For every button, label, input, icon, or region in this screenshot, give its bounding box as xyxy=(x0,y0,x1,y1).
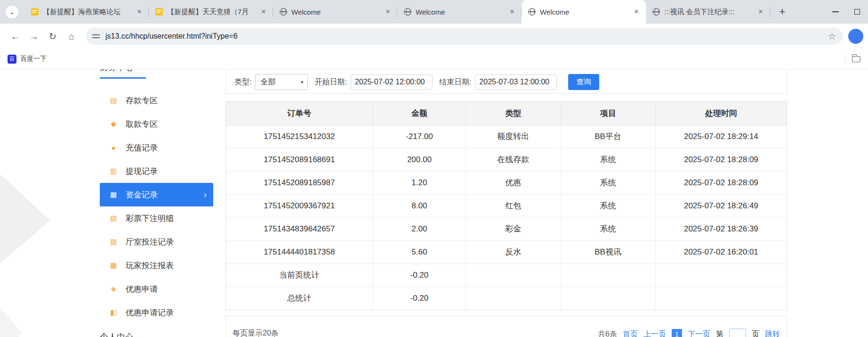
cell-order-no: 1751452009367921 xyxy=(226,194,373,217)
sidebar-item-label: 资金记录 xyxy=(126,189,158,200)
sidebar-item[interactable]: ▩ 玩家投注报表 › xyxy=(100,254,213,277)
sidebar-item-icon: ▩ xyxy=(108,261,119,270)
sidebar-item-label: 彩票下注明细 xyxy=(126,213,174,224)
end-date-input[interactable] xyxy=(475,74,557,90)
forward-button[interactable]: → xyxy=(25,28,42,45)
sidebar-item-icon: ▦ xyxy=(108,190,119,199)
chevron-right-icon: › xyxy=(204,190,207,200)
back-button[interactable]: ← xyxy=(7,28,24,45)
tab-close-icon[interactable]: × xyxy=(135,7,144,16)
url-text[interactable]: js13.cc/hhcp/usercenter.html?iniType=6 xyxy=(105,32,822,41)
tab-close-icon[interactable]: × xyxy=(632,7,641,16)
pagination-first[interactable]: 首页 xyxy=(623,329,638,337)
cell-type: 反水 xyxy=(466,240,561,263)
new-tab-button[interactable]: + xyxy=(776,5,789,18)
sidebar-item[interactable]: ◈ 优惠申请 › xyxy=(100,277,213,301)
profile-avatar[interactable] xyxy=(848,29,863,44)
bookmarks-bar: 百 百度一下 xyxy=(0,49,868,69)
records-table: 订单号金额类型项目处理时间 1751452153412032 -217.00 额… xyxy=(225,101,787,310)
main-content: 类型: 全部 ▾ 开始日期: 结束日期: 查询 xyxy=(225,69,787,337)
tab-title: 【新提醒】天天竞猜（7月 xyxy=(167,8,255,16)
start-date-input[interactable] xyxy=(351,74,433,90)
reload-button[interactable]: ↻ xyxy=(44,28,61,45)
pagination-prev[interactable]: 上一页 xyxy=(643,329,666,337)
sidebar-item-icon: ▤ xyxy=(108,96,119,105)
cell-amount: 5.60 xyxy=(373,240,466,263)
tab-close-icon[interactable]: × xyxy=(507,7,517,16)
pagination-jump-button[interactable]: 跳转 xyxy=(765,329,780,337)
cell-type: 红包 xyxy=(466,194,561,217)
browser-tab[interactable]: 【新提醒】海燕策略论坛 × xyxy=(24,0,149,24)
sidebar-item[interactable]: ▦ 资金记录 › xyxy=(100,183,213,206)
sidebar-item[interactable]: ▥ 提现记录 › xyxy=(100,159,213,183)
bookmark-star-icon[interactable]: ☆ xyxy=(828,31,836,42)
bookmark-label: 百度一下 xyxy=(20,55,47,63)
sidebar-item-icon: ● xyxy=(108,144,119,152)
sidebar-footer-title: 个人中心 xyxy=(100,331,134,337)
table-row: 1751434839642657 2.00 彩金 系统 2025-07-02 1… xyxy=(226,217,787,240)
cell-project: 系统 xyxy=(561,148,655,171)
sidebar-item-icon: ▨ xyxy=(108,238,119,246)
filter-row: 类型: 全部 ▾ 开始日期: 结束日期: 查询 xyxy=(232,74,599,90)
page-jump-input[interactable] xyxy=(729,329,746,337)
type-select[interactable]: 全部 ▾ xyxy=(255,74,308,90)
browser-tab[interactable]: Welcome × xyxy=(397,0,522,24)
browser-tab[interactable]: Welcome × xyxy=(273,0,397,24)
sidebar-item[interactable]: ▤ 存款专区 › xyxy=(100,89,213,112)
type-select-value: 全部 xyxy=(260,77,275,87)
sidebar-item-label: 厅室投注记录 xyxy=(126,237,174,247)
minimize-button[interactable] xyxy=(825,0,846,24)
pagination-total: 共6条 xyxy=(598,329,617,337)
caret-down-icon: ▾ xyxy=(301,79,304,85)
pagination-jump-suffix: 页 xyxy=(752,329,759,337)
tab-close-icon[interactable]: × xyxy=(756,7,765,16)
address-bar[interactable]: js13.cc/hhcp/usercenter.html?iniType=6 ☆ xyxy=(86,28,843,45)
cell-time: 2025-07-02 18:26:49 xyxy=(655,194,787,217)
browser-tab[interactable]: 【新提醒】天天竞猜（7月 × xyxy=(149,0,273,24)
cell-project: 系统 xyxy=(561,171,655,194)
cell-time: 2025-07-02 18:26:39 xyxy=(655,217,787,240)
cell-project: 系统 xyxy=(561,194,655,217)
tab-close-icon[interactable]: × xyxy=(259,7,268,16)
baidu-favicon-icon: 百 xyxy=(8,55,16,64)
sidebar-item[interactable]: ● 充值记录 › xyxy=(100,136,213,159)
tab-favicon-icon xyxy=(280,8,287,16)
sidebar-item[interactable]: ▧ 彩票下注明细 › xyxy=(100,206,213,230)
pagination-current-page[interactable]: 1 xyxy=(672,329,682,337)
maximize-button[interactable] xyxy=(846,0,868,24)
sidebar-item[interactable]: ◆ 取款专区 › xyxy=(100,112,213,136)
table-row: 1751452089168691 200.00 在线存款 系统 2025-07-… xyxy=(226,148,787,171)
page-size-text: 每页显示20条 xyxy=(233,329,279,337)
search-button[interactable]: 查询 xyxy=(568,74,599,90)
cell-order-no: 总统计 xyxy=(226,287,373,310)
cell-project xyxy=(561,287,655,310)
sidebar-item-icon: ◧ xyxy=(108,308,119,317)
table-body: 1751452153412032 -217.00 额度转出 BB平台 2025-… xyxy=(226,125,787,310)
pagination-next[interactable]: 下一页 xyxy=(688,329,710,337)
browser-tab[interactable]: Welcome × xyxy=(522,0,646,24)
table-row: 当前页统计 -0.20 xyxy=(226,263,787,287)
sidebar-item[interactable]: ▨ 厅室投注记录 › xyxy=(100,230,213,254)
home-button[interactable]: ⌂ xyxy=(63,28,80,45)
cell-order-no: 1751452089185987 xyxy=(226,171,373,194)
tab-title: 【新提醒】海燕策略论坛 xyxy=(43,8,130,16)
filter-bar: 类型: 全部 ▾ 开始日期: 结束日期: 查询 xyxy=(225,69,787,94)
cell-project xyxy=(561,263,655,287)
tab-actions-menu-button[interactable]: ⌄ xyxy=(6,6,18,18)
other-bookmarks-folder-icon[interactable] xyxy=(852,56,860,62)
cell-project: 系统 xyxy=(561,217,655,240)
sidebar-item-icon: ◆ xyxy=(108,120,119,128)
cell-amount: 1.20 xyxy=(373,171,466,194)
cell-type xyxy=(466,287,561,310)
site-info-icon[interactable] xyxy=(92,33,100,40)
browser-tab[interactable]: :::视讯 会员下注纪录::: × xyxy=(646,0,770,24)
sidebar-section-title: 财务中心 xyxy=(100,69,146,79)
tab-close-icon[interactable]: × xyxy=(383,7,393,16)
table-row: 1751452153412032 -217.00 额度转出 BB平台 2025-… xyxy=(226,125,787,148)
tabs: 【新提醒】海燕策略论坛 × 【新提醒】天天竞猜（7月 × Welcome × xyxy=(24,0,770,24)
bookmark-baidu[interactable]: 百 百度一下 xyxy=(8,55,47,64)
sidebar-item[interactable]: ◧ 优惠申请记录 › xyxy=(100,301,213,324)
cell-amount: 2.00 xyxy=(373,217,466,240)
cell-amount: 8.00 xyxy=(373,194,466,217)
window-controls xyxy=(825,0,868,24)
